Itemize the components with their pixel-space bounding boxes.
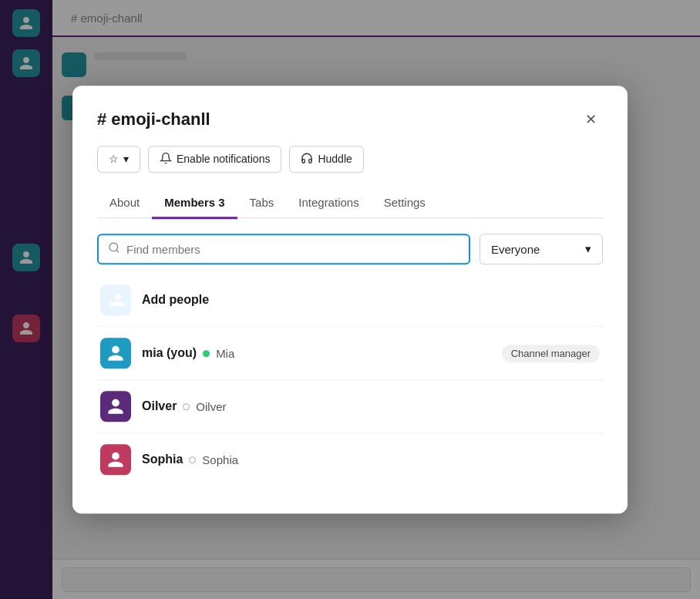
tab-integrations[interactable]: Integrations bbox=[286, 188, 371, 219]
search-row: Everyone ▾ bbox=[97, 234, 603, 264]
huddle-label: Huddle bbox=[318, 153, 352, 165]
search-input[interactable] bbox=[126, 243, 459, 256]
member-item-oilver[interactable]: Oilver Oilver bbox=[97, 383, 603, 429]
modal-toolbar: ☆ ▾ Enable notifications Huddle bbox=[97, 146, 603, 173]
tab-tabs[interactable]: Tabs bbox=[237, 188, 287, 219]
svg-line-1 bbox=[116, 250, 119, 252]
avatar-sophia bbox=[100, 444, 131, 475]
avatar-oilver bbox=[100, 391, 131, 422]
member-name-mia: mia (you) bbox=[142, 346, 197, 360]
member-name-oilver: Oilver bbox=[142, 399, 177, 413]
add-people-label: Add people bbox=[142, 293, 209, 307]
divider-1 bbox=[97, 326, 603, 327]
member-display-oilver: Oilver bbox=[196, 400, 226, 413]
member-info-sophia: Sophia Sophia bbox=[142, 453, 600, 466]
modal-title: # emoji-chanll bbox=[97, 109, 210, 130]
status-dot-sophia bbox=[189, 456, 196, 463]
member-info-oilver: Oilver Oilver bbox=[142, 399, 600, 413]
channel-manager-badge: Channel manager bbox=[502, 345, 600, 362]
add-people-avatar bbox=[100, 284, 131, 315]
star-icon: ☆ bbox=[109, 153, 119, 165]
divider-2 bbox=[97, 379, 603, 380]
member-list: Add people mia (you) Mia Channel manager… bbox=[97, 277, 603, 483]
filter-dropdown[interactable]: Everyone ▾ bbox=[480, 234, 603, 264]
tab-members[interactable]: Members 3 bbox=[152, 188, 237, 219]
member-name-sophia: Sophia bbox=[142, 453, 183, 466]
modal-tabs: About Members 3 Tabs Integrations Settin… bbox=[97, 188, 603, 219]
modal-header: # emoji-chanll ✕ bbox=[97, 107, 603, 132]
chevron-icon: ▾ bbox=[123, 153, 129, 165]
chevron-down-icon: ▾ bbox=[585, 242, 591, 256]
member-display-mia: Mia bbox=[216, 347, 234, 360]
status-dot-mia bbox=[203, 350, 210, 357]
member-item-mia[interactable]: mia (you) Mia Channel manager bbox=[97, 330, 603, 376]
search-input-wrap bbox=[97, 234, 470, 264]
huddle-button[interactable]: Huddle bbox=[289, 146, 363, 173]
notifications-label: Enable notifications bbox=[177, 153, 270, 165]
avatar-mia bbox=[100, 338, 131, 368]
search-icon bbox=[108, 241, 120, 257]
tab-about[interactable]: About bbox=[97, 188, 152, 219]
filter-value: Everyone bbox=[491, 243, 540, 256]
add-people-item[interactable]: Add people bbox=[97, 277, 603, 323]
tab-settings[interactable]: Settings bbox=[372, 188, 438, 219]
svg-point-0 bbox=[109, 243, 118, 251]
star-button[interactable]: ☆ ▾ bbox=[97, 146, 140, 173]
member-item-sophia[interactable]: Sophia Sophia bbox=[97, 436, 603, 483]
status-dot-oilver bbox=[183, 403, 190, 410]
bell-icon bbox=[160, 152, 172, 167]
close-button[interactable]: ✕ bbox=[578, 107, 603, 132]
channel-modal: # emoji-chanll ✕ ☆ ▾ Enable notification… bbox=[72, 86, 628, 514]
member-info-mia: mia (you) Mia bbox=[142, 346, 491, 360]
headphones-icon bbox=[301, 152, 313, 167]
enable-notifications-button[interactable]: Enable notifications bbox=[148, 146, 281, 173]
member-display-sophia: Sophia bbox=[202, 453, 238, 466]
divider-3 bbox=[97, 432, 603, 433]
